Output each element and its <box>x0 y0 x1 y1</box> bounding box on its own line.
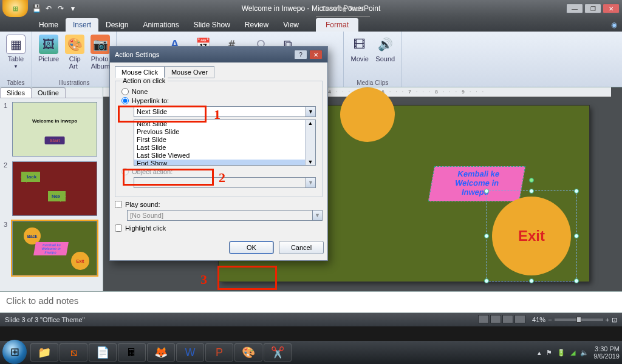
contextual-tab-label: Drawing Tools <box>316 0 370 17</box>
title-bar: ⊞ 💾 ↶ ↷ ▾ Welcome in Inwepo - Microsoft … <box>0 0 622 17</box>
office-button[interactable]: ⊞ <box>2 0 28 17</box>
group-illustrations: 🖼Picture 🎨Clip Art 📷Photo Album Illustra… <box>32 32 117 87</box>
window-title: Welcome in Inwepo - Microsoft PowerPoint <box>0 4 622 13</box>
radio-object-action <box>121 168 129 175</box>
taskbar-powerpoint[interactable]: P <box>205 343 233 362</box>
zoom-control[interactable]: 41% −+⊡ <box>532 316 617 324</box>
status-bar: Slide 3 of 3 "Office Theme" 41% −+⊡ <box>0 313 622 326</box>
ok-button[interactable]: OK <box>229 241 274 254</box>
start-button[interactable]: ⊞ <box>2 340 27 364</box>
taskbar-notepad[interactable]: 📄 <box>89 343 117 362</box>
system-tray[interactable]: ▴ ⚑ 🔋 ◢ 🔈 3:30 PM9/6/2019 <box>538 345 620 360</box>
panel-tab-outline[interactable]: Outline <box>31 87 66 98</box>
dialog-help-button[interactable]: ? <box>294 50 307 59</box>
tab-mouse-over[interactable]: Mouse Over <box>165 66 214 78</box>
tab-format[interactable]: Format <box>316 18 358 32</box>
status-left: Slide 3 of 3 "Office Theme" <box>5 316 85 323</box>
tab-insert[interactable]: Insert <box>66 18 98 32</box>
taskbar-xampp[interactable]: ⧅ <box>60 343 87 362</box>
hyperlink-listbox[interactable]: Next Slide Previous Slide First Slide La… <box>134 120 316 166</box>
hyperlink-combo[interactable]: Next Slide▼ <box>134 106 316 117</box>
thumbnail-3[interactable]: Back Kembali ke Welcome in Inwepo Exit <box>12 221 97 275</box>
close-button[interactable]: ✕ <box>603 4 620 13</box>
qat-more-icon[interactable]: ▾ <box>68 4 78 13</box>
tab-animations[interactable]: Animations <box>135 18 186 32</box>
slide-panel: Slides Outline 1 Welcome in Inwepo Start… <box>0 87 103 291</box>
taskbar-snip[interactable]: ✂️ <box>264 343 292 362</box>
cancel-button[interactable]: Cancel <box>279 241 324 254</box>
taskbar-word[interactable]: W <box>176 343 204 362</box>
tab-slideshow[interactable]: Slide Show <box>186 18 238 32</box>
maximize-button[interactable]: ❐ <box>584 4 601 13</box>
sound-combo: [No Sound]▼ <box>127 210 323 221</box>
tray-clock[interactable]: 3:30 PM9/6/2019 <box>593 345 620 360</box>
thumbnail-2[interactable]: Back Next <box>12 161 97 216</box>
object-action-combo: ▼ <box>134 177 316 188</box>
ribbon-tab-row: Home Insert Design Animations Slide Show… <box>0 17 622 32</box>
undo-icon[interactable]: ↶ <box>44 4 53 13</box>
help-icon[interactable]: ◉ <box>606 18 622 32</box>
tray-flag-icon[interactable]: ⚑ <box>546 349 552 357</box>
tray-network-icon[interactable]: ◢ <box>570 349 575 357</box>
radio-none[interactable] <box>121 88 129 95</box>
quick-access-toolbar: 💾 ↶ ↷ ▾ <box>32 4 78 13</box>
group-media: 🎞Movie 🔊Sound Media Clips <box>344 32 402 87</box>
redo-icon[interactable]: ↷ <box>56 4 66 13</box>
thumbnail-1[interactable]: Welcome in Inwepo Start <box>12 102 97 157</box>
listbox-scrollbar[interactable]: ▲▼ <box>305 120 315 165</box>
tab-review[interactable]: Review <box>238 18 276 32</box>
table-button[interactable]: ▦Table▼ <box>4 33 28 70</box>
action-on-click-group: Action on click None Hyperlink to: Next … <box>115 81 323 197</box>
tab-home[interactable]: Home <box>32 18 66 32</box>
clipart-button[interactable]: 🎨Clip Art <box>63 33 87 71</box>
notes-pane[interactable]: Click to add notes <box>0 291 622 313</box>
chevron-down-icon: ▼ <box>306 106 316 117</box>
taskbar-explorer[interactable]: 📁 <box>30 343 58 362</box>
minimize-button[interactable]: — <box>566 4 583 13</box>
check-play-sound[interactable] <box>115 201 122 208</box>
radio-hyperlink[interactable] <box>121 97 129 104</box>
sound-button[interactable]: 🔊Sound <box>373 33 397 64</box>
picture-button[interactable]: 🖼Picture <box>36 33 61 71</box>
shape-exit[interactable]: Exit <box>492 197 571 275</box>
movie-button[interactable]: 🎞Movie <box>347 33 372 64</box>
group-tables: ▦Table▼ Tables <box>0 32 32 87</box>
taskbar-calc[interactable]: 🖩 <box>118 343 146 362</box>
view-buttons[interactable] <box>477 315 526 325</box>
check-highlight[interactable] <box>115 224 122 232</box>
dialog-title: Action Settings <box>115 51 159 58</box>
taskbar: ⊞ 📁 ⧅ 📄 🖩 🦊 W P 🎨 ✂️ ▴ ⚑ 🔋 ◢ 🔈 3:30 PM9/… <box>0 341 622 364</box>
dialog-title-bar[interactable]: Action Settings ? ✕ <box>110 47 327 62</box>
selection-handles[interactable] <box>486 190 577 281</box>
tray-chevron-icon[interactable]: ▴ <box>538 349 541 357</box>
tab-design[interactable]: Design <box>98 18 135 32</box>
tray-volume-icon[interactable]: 🔈 <box>580 349 589 357</box>
save-icon[interactable]: 💾 <box>32 4 41 13</box>
dialog-close-button[interactable]: ✕ <box>309 50 323 59</box>
taskbar-firefox[interactable]: 🦊 <box>147 343 175 362</box>
taskbar-paint[interactable]: 🎨 <box>234 343 262 362</box>
tray-battery-icon[interactable]: 🔋 <box>557 349 566 357</box>
tab-mouse-click[interactable]: Mouse Click <box>115 66 165 78</box>
panel-tab-slides[interactable]: Slides <box>0 87 32 98</box>
tab-view[interactable]: View <box>276 18 306 32</box>
action-settings-dialog: Action Settings ? ✕ Mouse Click Mouse Ov… <box>109 46 328 261</box>
